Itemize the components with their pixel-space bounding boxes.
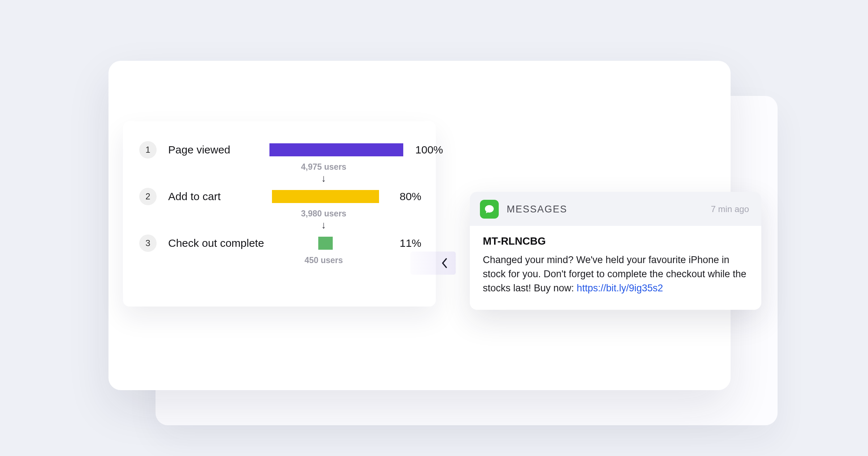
notification-text: Changed your mind? We've held your favou…	[483, 253, 748, 295]
step-badge: 1	[139, 141, 157, 159]
step-badge: 2	[139, 188, 157, 205]
arrow-down-icon: ↓	[262, 173, 385, 183]
step-percent: 80%	[385, 190, 421, 203]
funnel-step-1: 1 Page viewed 100%	[139, 141, 421, 159]
bar-wrap	[269, 236, 382, 250]
funnel-bar	[272, 190, 379, 203]
funnel-bar	[318, 237, 333, 250]
step-users: 3,980 users	[262, 209, 385, 219]
funnel-step-3: 3 Check out complete 11%	[139, 235, 421, 252]
funnel-card: 1 Page viewed 100% 4,975 users ↓ 2 Add t…	[123, 121, 436, 307]
step-users: 450 users	[262, 256, 385, 265]
step-percent: 100%	[407, 144, 443, 156]
step-label: Check out complete	[168, 237, 266, 249]
notification-card[interactable]: MESSAGES 7 min ago MT-RLNCBG Changed you…	[470, 192, 761, 310]
step-badge: 3	[139, 235, 157, 252]
step-label: Add to cart	[168, 190, 266, 203]
notification-link[interactable]: https://bit.ly/9ig35s2	[577, 283, 663, 294]
notification-header: MESSAGES 7 min ago	[470, 192, 761, 226]
step-percent: 11%	[385, 237, 421, 249]
step-label: Page viewed	[168, 144, 266, 156]
notification-sender: MT-RLNCBG	[483, 235, 748, 247]
notification-time: 7 min ago	[711, 204, 749, 214]
chevron-left-icon	[441, 258, 448, 269]
bar-wrap	[269, 143, 403, 157]
messages-app-icon	[480, 200, 499, 219]
notification-body: MT-RLNCBG Changed your mind? We've held …	[470, 226, 761, 310]
funnel-step-2: 2 Add to cart 80%	[139, 188, 421, 205]
notification-app-name: MESSAGES	[507, 204, 711, 215]
connector	[410, 252, 456, 275]
arrow-down-icon: ↓	[262, 220, 385, 230]
bar-wrap	[269, 189, 382, 204]
speech-bubble-icon	[484, 204, 495, 215]
step-users: 4,975 users	[262, 162, 385, 172]
funnel-bar	[269, 143, 403, 156]
